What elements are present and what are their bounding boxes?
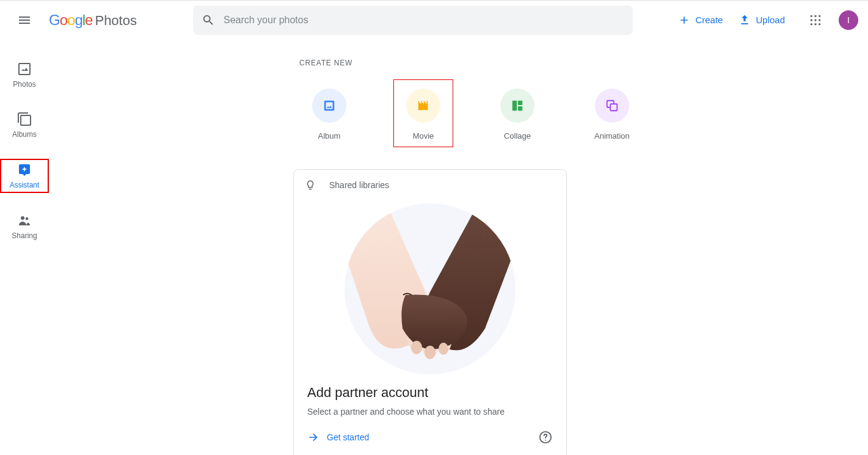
nav-label: Photos bbox=[13, 80, 35, 89]
photos-icon bbox=[17, 62, 32, 76]
help-icon bbox=[539, 431, 552, 444]
header-actions: Create Upload I bbox=[676, 8, 858, 32]
get-started-button[interactable]: Get started bbox=[307, 431, 369, 443]
lightbulb-icon bbox=[305, 180, 316, 191]
avatar-initial: I bbox=[847, 15, 850, 25]
create-section-label: CREATE NEW bbox=[299, 59, 643, 67]
animation-icon bbox=[605, 99, 619, 112]
google-apps-button[interactable] bbox=[803, 8, 828, 32]
svg-point-5 bbox=[819, 19, 820, 21]
apps-grid-icon bbox=[809, 14, 822, 26]
card-subtitle: Select a partner and choose what you wan… bbox=[307, 407, 553, 417]
card-body: Add partner account Select a partner and… bbox=[294, 377, 566, 417]
create-button-label: Create bbox=[695, 15, 723, 25]
upload-button-label: Upload bbox=[756, 15, 785, 25]
hamburger-icon bbox=[17, 13, 32, 27]
plus-icon bbox=[678, 14, 690, 26]
app-header: Google Photos Create Upload I bbox=[0, 0, 868, 39]
get-started-label: Get started bbox=[327, 432, 369, 442]
create-row: Album Movie Collage Animation bbox=[299, 79, 643, 147]
help-button[interactable] bbox=[538, 430, 553, 445]
nav-item-photos[interactable]: Photos bbox=[0, 59, 49, 92]
nav-item-assistant[interactable]: Assistant bbox=[0, 159, 49, 193]
create-button[interactable]: Create bbox=[676, 9, 725, 31]
create-collage[interactable]: Collage bbox=[487, 79, 547, 147]
animation-circle bbox=[595, 89, 629, 123]
svg-rect-9 bbox=[19, 64, 30, 75]
arrow-right-icon bbox=[307, 431, 319, 443]
hero-illustration bbox=[345, 203, 516, 374]
svg-point-8 bbox=[819, 23, 820, 25]
create-label: Collage bbox=[504, 131, 531, 140]
search-icon bbox=[202, 13, 215, 27]
sharing-icon bbox=[17, 213, 32, 228]
nav-label: Albums bbox=[12, 130, 37, 139]
svg-point-1 bbox=[814, 15, 816, 16]
create-movie[interactable]: Movie bbox=[393, 79, 453, 147]
svg-rect-19 bbox=[610, 104, 617, 111]
svg-rect-15 bbox=[512, 101, 517, 111]
account-avatar[interactable]: I bbox=[839, 10, 858, 30]
upload-button[interactable]: Upload bbox=[736, 9, 787, 31]
svg-point-11 bbox=[21, 216, 24, 220]
svg-rect-10 bbox=[21, 115, 31, 125]
card-header: Shared libraries bbox=[294, 170, 566, 200]
svg-rect-14 bbox=[326, 103, 333, 109]
create-label: Movie bbox=[413, 131, 434, 140]
create-album[interactable]: Album bbox=[299, 79, 359, 147]
main-menu-button[interactable] bbox=[10, 5, 39, 35]
card-title: Add partner account bbox=[307, 385, 553, 401]
svg-point-4 bbox=[814, 19, 816, 21]
create-label: Album bbox=[318, 131, 341, 140]
card-actions: Get started bbox=[294, 417, 566, 455]
svg-point-0 bbox=[811, 15, 812, 16]
album-icon bbox=[323, 99, 336, 112]
svg-point-24 bbox=[411, 341, 422, 354]
svg-point-26 bbox=[439, 343, 448, 355]
collage-circle bbox=[500, 89, 534, 123]
nav-item-albums[interactable]: Albums bbox=[0, 109, 49, 142]
svg-point-25 bbox=[425, 346, 436, 359]
svg-rect-17 bbox=[518, 106, 522, 111]
card-hero bbox=[294, 200, 566, 377]
search-bar[interactable] bbox=[193, 5, 633, 35]
svg-point-3 bbox=[811, 19, 812, 21]
search-input[interactable] bbox=[224, 5, 624, 35]
svg-point-2 bbox=[819, 15, 820, 16]
albums-icon bbox=[17, 112, 32, 126]
movie-icon bbox=[417, 99, 430, 112]
main-content: CREATE NEW Album Movie Collage bbox=[49, 39, 868, 455]
create-label: Animation bbox=[594, 131, 630, 140]
create-animation[interactable]: Animation bbox=[582, 79, 643, 147]
album-circle bbox=[312, 89, 346, 123]
svg-point-6 bbox=[811, 23, 812, 25]
movie-circle bbox=[406, 89, 440, 123]
nav-item-sharing[interactable]: Sharing bbox=[0, 210, 49, 243]
google-wordmark: Google bbox=[49, 12, 92, 29]
svg-point-12 bbox=[26, 217, 29, 220]
sidebar-nav: Photos Albums Assistant Sharing bbox=[0, 39, 49, 455]
product-name: Photos bbox=[95, 13, 137, 29]
svg-point-7 bbox=[814, 23, 816, 25]
shared-libraries-card: Shared libraries bbox=[293, 169, 567, 455]
nav-label: Sharing bbox=[12, 231, 37, 240]
svg-point-28 bbox=[545, 440, 546, 441]
assistant-icon bbox=[17, 162, 32, 177]
app-logo[interactable]: Google Photos bbox=[49, 12, 137, 29]
upload-icon bbox=[739, 14, 751, 26]
collage-icon bbox=[511, 99, 524, 112]
card-badge: Shared libraries bbox=[329, 180, 389, 190]
nav-label: Assistant bbox=[10, 181, 40, 189]
svg-rect-16 bbox=[518, 101, 522, 105]
